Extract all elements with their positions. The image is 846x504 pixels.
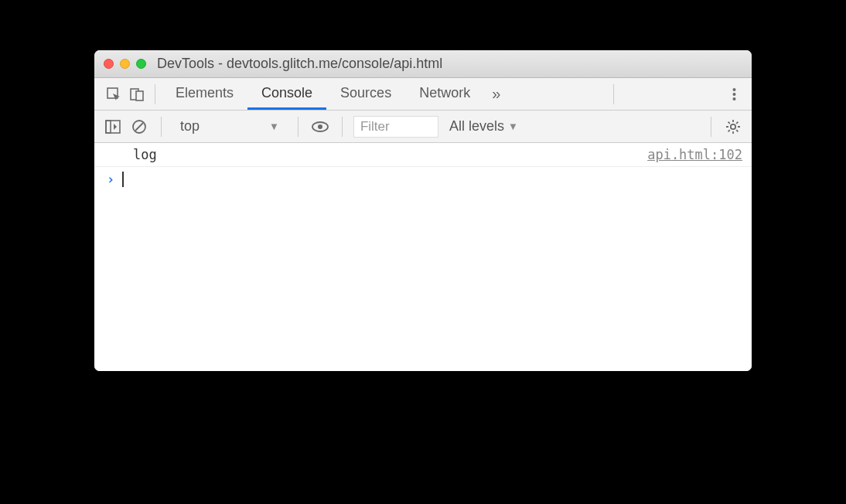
svg-rect-6 — [106, 121, 120, 133]
svg-line-18 — [736, 130, 738, 131]
separator — [613, 84, 614, 104]
svg-rect-7 — [106, 121, 111, 133]
tabbar: Elements Console Sources Network » — [94, 78, 752, 111]
chevron-down-icon: ▼ — [508, 121, 518, 132]
separator — [342, 117, 343, 137]
tab-network[interactable]: Network — [405, 78, 484, 110]
tabs-overflow-icon[interactable]: » — [484, 85, 508, 103]
inspect-element-icon[interactable] — [102, 83, 125, 106]
minimize-icon[interactable] — [120, 59, 130, 69]
svg-point-3 — [733, 88, 736, 91]
filter-input[interactable] — [353, 116, 438, 138]
console-settings-icon[interactable] — [722, 116, 744, 138]
close-icon[interactable] — [104, 59, 114, 69]
log-source-link[interactable]: api.html:102 — [647, 147, 742, 162]
svg-rect-2 — [136, 91, 143, 100]
separator — [298, 117, 298, 137]
separator — [711, 117, 711, 137]
console-prompt[interactable]: › — [94, 167, 752, 192]
text-cursor — [122, 172, 124, 187]
separator — [161, 117, 162, 137]
console-log-entry: log api.html:102 — [94, 143, 752, 167]
svg-point-4 — [733, 93, 736, 96]
maximize-icon[interactable] — [136, 59, 146, 69]
tab-sources[interactable]: Sources — [326, 78, 405, 110]
svg-line-17 — [728, 121, 730, 123]
execution-context-selector[interactable]: top ▼ — [172, 118, 287, 135]
svg-line-20 — [736, 121, 738, 123]
window-traffic-lights — [104, 59, 146, 69]
toggle-sidebar-icon[interactable] — [102, 116, 124, 138]
tab-console[interactable]: Console — [247, 78, 326, 110]
log-levels-selector[interactable]: All levels ▼ — [449, 118, 518, 135]
svg-line-19 — [728, 130, 730, 131]
levels-label: All levels — [449, 118, 504, 135]
more-options-icon[interactable] — [725, 87, 744, 102]
prompt-chevron-icon: › — [107, 172, 114, 187]
svg-line-9 — [135, 123, 143, 131]
svg-point-5 — [733, 97, 736, 100]
panel-tabs: Elements Console Sources Network — [162, 78, 484, 110]
window-title: DevTools - devtools.glitch.me/console/ap… — [157, 56, 442, 72]
device-toolbar-icon[interactable] — [125, 83, 148, 106]
console-output: log api.html:102 › — [94, 143, 752, 371]
tab-elements[interactable]: Elements — [162, 78, 247, 110]
console-toolbar: top ▼ All levels ▼ — [94, 111, 752, 143]
chevron-down-icon: ▼ — [269, 121, 279, 132]
titlebar: DevTools - devtools.glitch.me/console/ap… — [94, 50, 752, 78]
context-label: top — [180, 118, 200, 135]
clear-console-icon[interactable] — [128, 116, 150, 138]
log-message: log — [133, 147, 157, 162]
separator — [155, 84, 155, 104]
live-expression-icon[interactable] — [309, 116, 331, 138]
svg-point-12 — [731, 124, 735, 128]
devtools-window: DevTools - devtools.glitch.me/console/ap… — [94, 50, 752, 371]
svg-point-11 — [318, 124, 322, 129]
